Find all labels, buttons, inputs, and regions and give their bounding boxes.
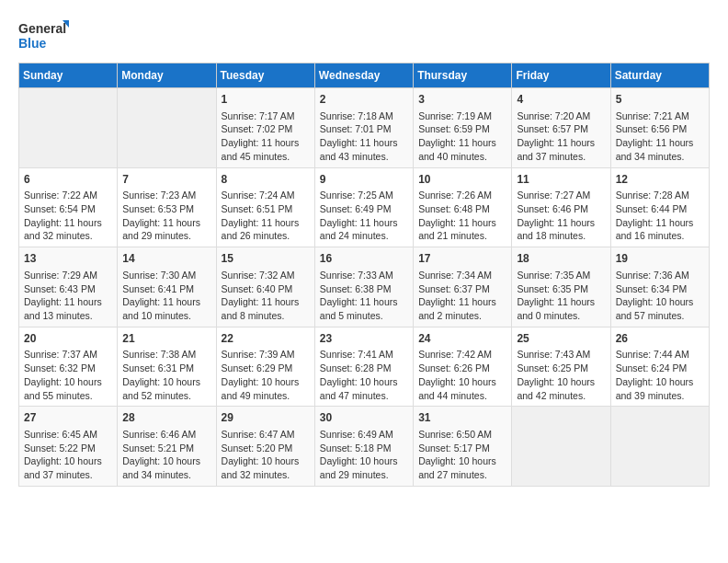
sunrise-text: Sunrise: 7:26 AM	[418, 190, 492, 201]
day-number: 19	[616, 251, 704, 267]
calendar-cell: 15Sunrise: 7:32 AMSunset: 6:40 PMDayligh…	[216, 247, 314, 327]
sunset-text: Sunset: 6:41 PM	[122, 283, 194, 294]
daylight-text: Daylight: 11 hours and 18 minutes.	[517, 217, 595, 242]
sunrise-text: Sunrise: 7:42 AM	[418, 349, 492, 360]
sunset-text: Sunset: 7:02 PM	[222, 123, 293, 134]
sunset-text: Sunset: 6:57 PM	[517, 123, 588, 134]
day-number: 28	[122, 410, 210, 426]
sunrise-text: Sunrise: 6:50 AM	[418, 429, 492, 440]
sunrise-text: Sunrise: 6:46 AM	[122, 429, 196, 440]
daylight-text: Daylight: 10 hours and 47 minutes.	[320, 376, 398, 401]
daylight-text: Daylight: 11 hours and 37 minutes.	[517, 137, 595, 162]
day-header-thursday: Thursday	[414, 63, 512, 88]
day-number: 25	[517, 331, 605, 347]
daylight-text: Daylight: 10 hours and 29 minutes.	[320, 455, 398, 480]
calendar-cell: 6Sunrise: 7:22 AMSunset: 6:54 PMDaylight…	[19, 167, 118, 247]
daylight-text: Daylight: 11 hours and 21 minutes.	[418, 217, 496, 242]
sunrise-text: Sunrise: 7:25 AM	[320, 190, 393, 201]
sunrise-text: Sunrise: 7:34 AM	[418, 270, 492, 281]
daylight-text: Daylight: 10 hours and 37 minutes.	[24, 455, 102, 480]
day-number: 16	[320, 251, 408, 267]
sunset-text: Sunset: 6:53 PM	[122, 203, 194, 214]
calendar-cell: 27Sunrise: 6:45 AMSunset: 5:22 PMDayligh…	[19, 407, 118, 487]
sunrise-text: Sunrise: 7:19 AM	[418, 110, 492, 121]
calendar-cell: 11Sunrise: 7:27 AMSunset: 6:46 PMDayligh…	[512, 167, 610, 247]
sunrise-text: Sunrise: 6:45 AM	[24, 429, 97, 440]
sunset-text: Sunset: 6:48 PM	[418, 203, 490, 214]
day-number: 29	[222, 410, 310, 426]
day-number: 1	[222, 92, 310, 108]
day-number: 31	[418, 410, 506, 426]
calendar-cell: 22Sunrise: 7:39 AMSunset: 6:29 PMDayligh…	[216, 327, 314, 407]
calendar-cell: 26Sunrise: 7:44 AMSunset: 6:24 PMDayligh…	[610, 327, 709, 407]
day-number: 15	[222, 251, 310, 267]
daylight-text: Daylight: 10 hours and 52 minutes.	[122, 376, 200, 401]
daylight-text: Daylight: 10 hours and 32 minutes.	[222, 455, 300, 480]
sunset-text: Sunset: 6:40 PM	[222, 283, 293, 294]
calendar-cell: 17Sunrise: 7:34 AMSunset: 6:37 PMDayligh…	[414, 247, 512, 327]
logo-svg: General Blue	[18, 18, 69, 53]
daylight-text: Daylight: 11 hours and 32 minutes.	[24, 217, 102, 242]
daylight-text: Daylight: 10 hours and 34 minutes.	[122, 455, 200, 480]
page-header: General Blue	[18, 18, 710, 53]
sunrise-text: Sunrise: 7:21 AM	[616, 110, 689, 121]
sunrise-text: Sunrise: 7:30 AM	[122, 270, 196, 281]
calendar-week-row: 27Sunrise: 6:45 AMSunset: 5:22 PMDayligh…	[19, 407, 710, 487]
daylight-text: Daylight: 11 hours and 34 minutes.	[616, 137, 694, 162]
day-number: 20	[24, 331, 112, 347]
daylight-text: Daylight: 11 hours and 43 minutes.	[320, 137, 398, 162]
sunrise-text: Sunrise: 7:32 AM	[222, 270, 295, 281]
day-number: 4	[517, 92, 605, 108]
day-number: 3	[418, 92, 506, 108]
day-number: 21	[122, 331, 210, 347]
day-number: 9	[320, 172, 408, 188]
sunrise-text: Sunrise: 7:23 AM	[122, 190, 196, 201]
daylight-text: Daylight: 10 hours and 42 minutes.	[517, 376, 595, 401]
day-number: 23	[320, 331, 408, 347]
daylight-text: Daylight: 11 hours and 2 minutes.	[418, 296, 496, 321]
calendar-cell	[118, 88, 216, 168]
calendar-cell: 4Sunrise: 7:20 AMSunset: 6:57 PMDaylight…	[512, 88, 610, 168]
day-header-wednesday: Wednesday	[314, 63, 413, 88]
logo: General Blue	[18, 18, 69, 53]
day-header-saturday: Saturday	[610, 63, 709, 88]
day-number: 17	[418, 251, 506, 267]
daylight-text: Daylight: 11 hours and 40 minutes.	[418, 137, 496, 162]
calendar-cell: 14Sunrise: 7:30 AMSunset: 6:41 PMDayligh…	[118, 247, 216, 327]
day-number: 5	[616, 92, 704, 108]
calendar-cell: 25Sunrise: 7:43 AMSunset: 6:25 PMDayligh…	[512, 327, 610, 407]
calendar-cell: 30Sunrise: 6:49 AMSunset: 5:18 PMDayligh…	[314, 407, 413, 487]
day-number: 13	[24, 251, 112, 267]
sunset-text: Sunset: 6:46 PM	[517, 203, 588, 214]
daylight-text: Daylight: 11 hours and 16 minutes.	[616, 217, 694, 242]
sunrise-text: Sunrise: 7:39 AM	[222, 349, 295, 360]
calendar-week-row: 6Sunrise: 7:22 AMSunset: 6:54 PMDaylight…	[19, 167, 710, 247]
sunset-text: Sunset: 6:25 PM	[517, 362, 588, 373]
calendar-week-row: 13Sunrise: 7:29 AMSunset: 6:43 PMDayligh…	[19, 247, 710, 327]
calendar-cell: 19Sunrise: 7:36 AMSunset: 6:34 PMDayligh…	[610, 247, 709, 327]
calendar-cell	[610, 407, 709, 487]
daylight-text: Daylight: 10 hours and 44 minutes.	[418, 376, 496, 401]
svg-text:General: General	[18, 21, 66, 36]
calendar-cell: 10Sunrise: 7:26 AMSunset: 6:48 PMDayligh…	[414, 167, 512, 247]
sunrise-text: Sunrise: 7:27 AM	[517, 190, 590, 201]
daylight-text: Daylight: 10 hours and 49 minutes.	[222, 376, 300, 401]
sunset-text: Sunset: 7:01 PM	[320, 123, 392, 134]
sunrise-text: Sunrise: 6:49 AM	[320, 429, 393, 440]
calendar-cell: 29Sunrise: 6:47 AMSunset: 5:20 PMDayligh…	[216, 407, 314, 487]
sunset-text: Sunset: 5:22 PM	[24, 442, 96, 454]
calendar-cell: 8Sunrise: 7:24 AMSunset: 6:51 PMDaylight…	[216, 167, 314, 247]
calendar-week-row: 20Sunrise: 7:37 AMSunset: 6:32 PMDayligh…	[19, 327, 710, 407]
daylight-text: Daylight: 11 hours and 8 minutes.	[222, 296, 300, 321]
sunrise-text: Sunrise: 7:33 AM	[320, 270, 393, 281]
sunrise-text: Sunrise: 7:20 AM	[517, 110, 590, 121]
daylight-text: Daylight: 11 hours and 24 minutes.	[320, 217, 398, 242]
day-number: 12	[616, 172, 704, 188]
calendar-cell	[19, 88, 118, 168]
daylight-text: Daylight: 11 hours and 13 minutes.	[24, 296, 102, 321]
sunset-text: Sunset: 6:26 PM	[418, 362, 490, 373]
day-number: 22	[222, 331, 310, 347]
sunrise-text: Sunrise: 7:41 AM	[320, 349, 393, 360]
sunset-text: Sunset: 6:44 PM	[616, 203, 688, 214]
daylight-text: Daylight: 10 hours and 39 minutes.	[616, 376, 694, 401]
